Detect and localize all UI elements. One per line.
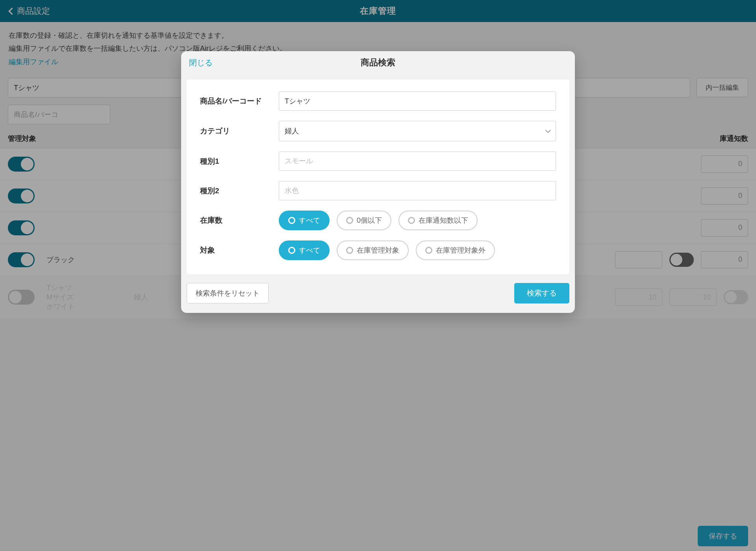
field-category: カテゴリ 婦人	[200, 121, 556, 141]
stock-option-all-label: すべて	[299, 216, 320, 225]
category-select[interactable]: 婦人	[279, 121, 556, 141]
field-type2-label: 種別2	[200, 186, 279, 196]
target-option-managed-label: 在庫管理対象	[357, 246, 399, 255]
radio-icon	[288, 217, 295, 224]
radio-icon	[288, 247, 295, 254]
search-button[interactable]: 検索する	[514, 283, 569, 303]
target-option-unmanaged-label: 在庫管理対象外	[436, 246, 485, 255]
field-target: 対象 すべて 在庫管理対象 在庫管理対象外	[200, 240, 556, 260]
field-stock-label: 在庫数	[200, 215, 279, 226]
category-select-value: 婦人	[285, 126, 299, 136]
stock-option-notify[interactable]: 在庫通知数以下	[398, 211, 478, 230]
chevron-down-icon	[545, 128, 551, 133]
product-name-input[interactable]	[279, 91, 556, 111]
radio-icon	[408, 217, 415, 224]
target-option-all-label: すべて	[299, 246, 320, 255]
field-type1: 種別1	[200, 152, 556, 171]
modal-close-button[interactable]: 閉じる	[189, 57, 213, 68]
field-name-label: 商品名/バーコード	[200, 96, 279, 106]
type1-input[interactable]	[279, 152, 556, 171]
field-category-label: カテゴリ	[200, 126, 279, 136]
radio-icon	[425, 247, 432, 254]
modal-title: 商品検索	[361, 57, 395, 68]
search-modal: 閉じる 商品検索 商品名/バーコード カテゴリ 婦人	[181, 51, 575, 313]
field-target-label: 対象	[200, 245, 279, 255]
field-stock: 在庫数 すべて 0個以下 在庫通知数以下	[200, 211, 556, 230]
modal-header: 閉じる 商品検索	[181, 51, 575, 74]
modal-footer: 検索条件をリセット 検索する	[181, 274, 575, 313]
field-type2: 種別2	[200, 181, 556, 200]
field-type1-label: 種別1	[200, 156, 279, 166]
stock-option-zero-label: 0個以下	[357, 216, 382, 225]
reset-button[interactable]: 検索条件をリセット	[187, 283, 269, 303]
modal-overlay[interactable]: 閉じる 商品検索 商品名/バーコード カテゴリ 婦人	[0, 0, 756, 319]
stock-option-zero[interactable]: 0個以下	[337, 211, 391, 230]
target-option-all[interactable]: すべて	[279, 240, 330, 260]
target-option-managed[interactable]: 在庫管理対象	[337, 240, 409, 260]
radio-icon	[346, 217, 353, 224]
stock-option-notify-label: 在庫通知数以下	[419, 216, 468, 225]
target-option-unmanaged[interactable]: 在庫管理対象外	[416, 240, 495, 260]
radio-icon	[346, 247, 353, 254]
stock-option-all[interactable]: すべて	[279, 211, 330, 230]
field-name: 商品名/バーコード	[200, 91, 556, 111]
modal-body: 商品名/バーコード カテゴリ 婦人 種別1	[187, 80, 569, 274]
type2-input[interactable]	[279, 181, 556, 200]
